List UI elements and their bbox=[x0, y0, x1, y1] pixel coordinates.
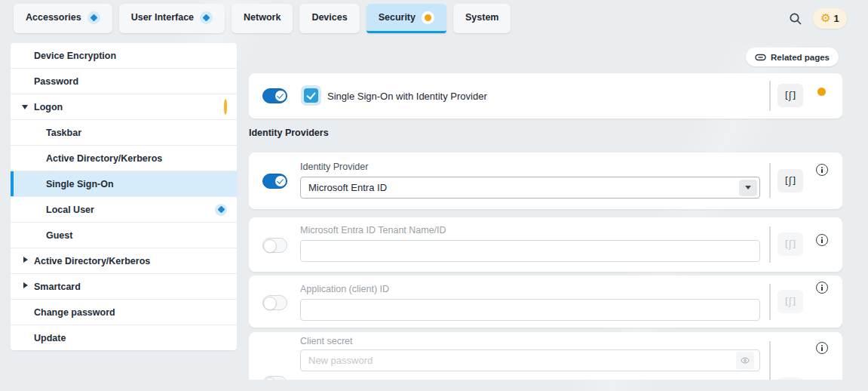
sso-master-card: Single Sign-On with Identity Provider [ʃ… bbox=[249, 73, 842, 119]
tenant-label: Microsoft Entra ID Tenant Name/ID bbox=[300, 225, 446, 236]
tab-label: Security bbox=[379, 12, 416, 23]
eye-icon bbox=[741, 356, 750, 365]
sidebar-item-label: Taskbar bbox=[46, 128, 81, 138]
sidebar-item-label: Change password bbox=[34, 307, 115, 318]
sidebar-item-password[interactable]: Password bbox=[11, 69, 237, 94]
tab-label: Network bbox=[244, 12, 281, 23]
parameter-button[interactable]: [ʃ] bbox=[778, 290, 803, 313]
modified-dot-badge bbox=[422, 11, 434, 24]
selected-value: Microsoft Entra ID bbox=[308, 177, 387, 198]
sidebar: Device Encryption Password Logon Taskbar… bbox=[11, 43, 237, 350]
sidebar-item-label: Local User bbox=[46, 205, 94, 215]
diamond-icon bbox=[217, 206, 225, 214]
gear-icon: ⚙ bbox=[820, 13, 830, 24]
sidebar-item-label: Guest bbox=[46, 230, 72, 241]
sidebar-item-update[interactable]: Update bbox=[11, 325, 237, 350]
dropdown-arrow-button[interactable] bbox=[739, 180, 757, 196]
modified-diamond-badge bbox=[87, 11, 100, 24]
modified-indicator-dot bbox=[817, 88, 826, 96]
tab-bar: Accessories User Interface Network Devic… bbox=[14, 4, 511, 33]
check-icon bbox=[306, 90, 315, 100]
sidebar-item-logon[interactable]: Logon bbox=[11, 94, 237, 120]
divider bbox=[769, 341, 771, 380]
related-pages-label: Related pages bbox=[771, 53, 830, 62]
tab-label: Accessories bbox=[26, 12, 81, 23]
diamond-icon bbox=[203, 14, 210, 21]
modified-settings-badge[interactable]: ⚙ 1 bbox=[813, 8, 847, 29]
sidebar-item-label: Active Directory/Kerberos bbox=[46, 153, 162, 164]
sidebar-item-guest[interactable]: Guest bbox=[11, 223, 237, 248]
info-icon[interactable] bbox=[816, 282, 828, 294]
divider bbox=[769, 163, 771, 198]
parameter-button[interactable]: [ʃ] bbox=[778, 377, 803, 380]
sidebar-item-label: Update bbox=[34, 333, 66, 343]
identity-provider-select[interactable]: Microsoft Entra ID bbox=[300, 177, 760, 199]
tenant-card: Microsoft Entra ID Tenant Name/ID [ʃ] bbox=[249, 217, 842, 272]
sso-checkbox[interactable] bbox=[304, 88, 318, 103]
identity-provider-toggle[interactable] bbox=[262, 174, 287, 189]
client-id-input[interactable] bbox=[300, 299, 760, 321]
info-icon[interactable] bbox=[816, 234, 828, 246]
toggle-knob bbox=[275, 176, 286, 186]
diamond-icon bbox=[90, 14, 97, 21]
divider bbox=[769, 226, 771, 263]
client-secret-input[interactable] bbox=[300, 349, 760, 371]
check-icon bbox=[277, 177, 284, 183]
sidebar-item-label: Logon bbox=[34, 102, 63, 112]
tenant-input[interactable] bbox=[300, 240, 760, 262]
toggle-knob bbox=[275, 91, 286, 101]
client-id-card: Application (client) ID [ʃ] bbox=[249, 276, 842, 328]
toggle-knob bbox=[263, 297, 277, 310]
modified-count: 1 bbox=[834, 13, 839, 24]
show-password-button[interactable] bbox=[736, 352, 754, 369]
sidebar-item-active-directory-kerberos-group[interactable]: Active Directory/Kerberos bbox=[11, 248, 237, 274]
modified-ring-badge bbox=[224, 100, 227, 114]
sidebar-item-label: Single Sign-On bbox=[46, 179, 114, 189]
info-icon[interactable] bbox=[816, 342, 828, 354]
client-id-toggle[interactable] bbox=[262, 295, 287, 310]
sidebar-item-label: Active Directory/Kerberos bbox=[34, 256, 150, 266]
parameter-button[interactable]: [ʃ] bbox=[778, 84, 803, 107]
sidebar-item-label: Device Encryption bbox=[34, 51, 116, 61]
tab-label: Devices bbox=[311, 12, 347, 23]
search-icon[interactable] bbox=[787, 11, 804, 27]
sidebar-item-active-directory-kerberos[interactable]: Active Directory/Kerberos bbox=[11, 146, 237, 171]
orange-dot-icon bbox=[425, 14, 431, 21]
parameter-button[interactable]: [ʃ] bbox=[778, 169, 803, 192]
modified-diamond-badge bbox=[200, 11, 213, 24]
tab-accessories[interactable]: Accessories bbox=[14, 4, 112, 33]
parameter-button[interactable]: [ʃ] bbox=[778, 232, 803, 256]
sidebar-item-local-user[interactable]: Local User bbox=[11, 197, 237, 223]
chevron-right-icon bbox=[23, 282, 28, 288]
sidebar-item-single-sign-on[interactable]: Single Sign-On bbox=[11, 171, 237, 197]
identity-provider-label: Identity Provider bbox=[300, 162, 368, 172]
identity-provider-card: Identity Provider Microsoft Entra ID [ʃ] bbox=[249, 152, 842, 209]
related-pages-button[interactable]: Related pages bbox=[746, 48, 839, 66]
link-icon bbox=[755, 54, 766, 61]
sidebar-item-change-password[interactable]: Change password bbox=[11, 300, 237, 325]
orange-ring-icon bbox=[224, 99, 227, 115]
tab-devices[interactable]: Devices bbox=[299, 4, 359, 33]
tab-security[interactable]: Security bbox=[367, 4, 446, 33]
settings-window: Accessories User Interface Network Devic… bbox=[0, 0, 868, 391]
sso-enable-toggle[interactable] bbox=[262, 88, 287, 103]
divider bbox=[769, 284, 771, 320]
tab-label: User Interface bbox=[131, 12, 194, 23]
check-icon bbox=[277, 91, 284, 98]
toggle-knob bbox=[263, 377, 277, 380]
sidebar-item-device-encryption[interactable]: Device Encryption bbox=[11, 43, 237, 69]
client-secret-label: Client secret bbox=[300, 336, 352, 346]
chevron-down-icon bbox=[745, 186, 751, 189]
sidebar-item-label: Password bbox=[34, 76, 78, 87]
sidebar-item-smartcard[interactable]: Smartcard bbox=[11, 274, 237, 300]
sidebar-item-label: Smartcard bbox=[34, 282, 81, 292]
sso-checkbox-halo bbox=[301, 85, 321, 106]
tab-network[interactable]: Network bbox=[232, 4, 293, 33]
client-secret-toggle[interactable] bbox=[262, 376, 287, 380]
tab-user-interface[interactable]: User Interface bbox=[119, 4, 225, 33]
sidebar-item-taskbar[interactable]: Taskbar bbox=[11, 120, 237, 146]
tab-system[interactable]: System bbox=[453, 4, 511, 33]
modified-diamond-badge bbox=[215, 204, 227, 216]
info-icon[interactable] bbox=[816, 164, 828, 176]
tenant-toggle[interactable] bbox=[262, 238, 287, 253]
